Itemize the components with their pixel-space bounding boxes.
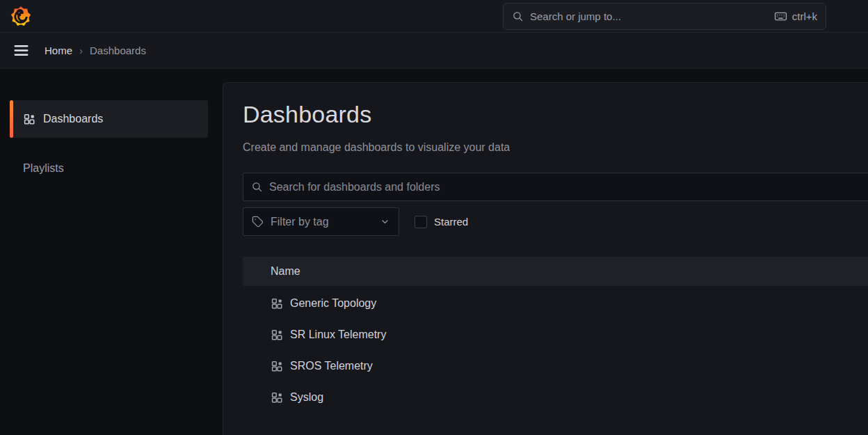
breadcrumb-separator: ›	[79, 45, 83, 56]
filter-row: Filter by tag Starred	[243, 207, 468, 236]
dashboard-name: Generic Topology	[290, 297, 376, 310]
dashboard-name: SROS Telemetry	[290, 360, 373, 372]
grafana-logo-icon[interactable]	[9, 4, 33, 28]
shortcut-hint: ctrl+k	[774, 10, 817, 23]
starred-label: Starred	[434, 216, 468, 228]
page-title: Dashboards	[243, 101, 371, 128]
dashboard-name: Syslog	[290, 391, 323, 404]
active-accent-bar	[10, 100, 13, 138]
breadcrumb-item-home[interactable]: Home	[45, 45, 72, 56]
dashboard-search-field[interactable]	[243, 173, 868, 201]
dashboard-item-icon	[271, 360, 283, 372]
global-search-input[interactable]	[524, 10, 774, 22]
dashboard-item-icon	[271, 391, 283, 404]
sidebar-item-playlists[interactable]: Playlists	[10, 155, 208, 182]
breadcrumb-item-dashboards: Dashboards	[90, 45, 146, 56]
shortcut-text: ctrl+k	[792, 10, 817, 22]
filter-by-tag-dropdown[interactable]: Filter by tag	[243, 207, 399, 236]
dashboard-name: SR Linux Telemetry	[290, 329, 386, 341]
dashboard-row[interactable]: Generic Topology	[243, 287, 868, 319]
starred-filter[interactable]: Starred	[415, 216, 468, 228]
breadcrumb-bar: Home › Dashboards	[0, 33, 868, 69]
global-search-bar[interactable]: ctrl+k	[503, 3, 826, 30]
dashboard-search-input[interactable]	[263, 181, 868, 193]
keyboard-icon	[774, 10, 787, 23]
menu-hamburger-icon[interactable]	[11, 41, 31, 61]
starred-checkbox[interactable]	[415, 216, 427, 228]
dashboard-item-icon	[271, 297, 283, 310]
top-header-bar: ctrl+k	[0, 0, 868, 33]
dashboard-item-icon	[271, 329, 283, 341]
sidebar: Dashboards Playlists	[0, 70, 223, 435]
main-panel: Dashboards Create and manage dashboards …	[223, 82, 868, 435]
dashboard-list: Generic Topology SR Linux Telemetry	[243, 287, 868, 413]
chevron-down-icon	[380, 216, 390, 227]
search-icon	[512, 10, 524, 22]
page-subtitle: Create and manage dashboards to visualiz…	[243, 141, 510, 154]
filter-by-tag-label: Filter by tag	[271, 216, 329, 228]
dashboard-row[interactable]: Syslog	[243, 381, 868, 413]
column-header-name: Name	[271, 265, 300, 278]
table-header-row: Name	[243, 257, 868, 286]
dashboard-row[interactable]: SR Linux Telemetry	[243, 319, 868, 350]
breadcrumb: Home › Dashboards	[45, 45, 146, 56]
sidebar-item-dashboards[interactable]: Dashboards	[10, 100, 208, 138]
tag-icon	[252, 216, 264, 228]
sidebar-item-label: Playlists	[23, 162, 64, 175]
sidebar-item-label: Dashboards	[43, 113, 103, 125]
dashboards-grid-icon	[23, 113, 35, 125]
search-icon	[251, 181, 263, 193]
dashboard-row[interactable]: SROS Telemetry	[243, 350, 868, 381]
